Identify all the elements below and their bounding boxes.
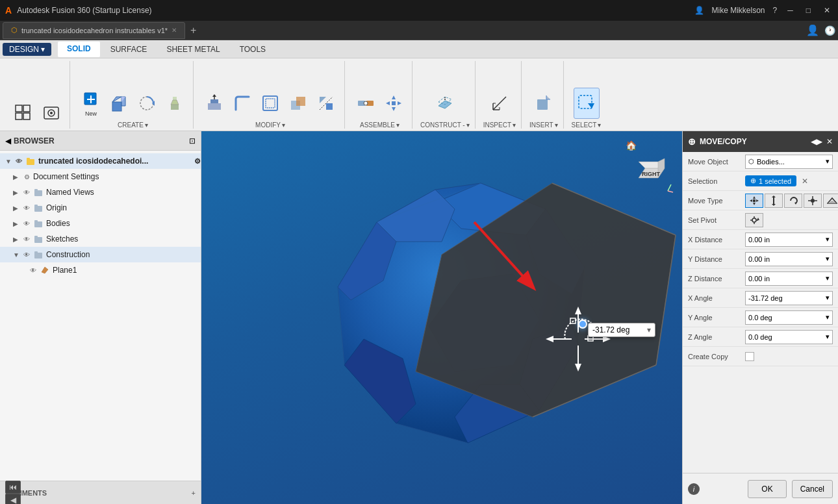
x-angle-input[interactable]: -31.72 deg ▾	[745, 291, 833, 305]
expand-icon-2[interactable]: ▶	[13, 205, 22, 212]
construct-chevron-icon: ▾	[466, 121, 470, 129]
help-button[interactable]: ?	[773, 6, 778, 15]
angle-input-field[interactable]	[592, 325, 644, 334]
tree-item-4[interactable]: ▶ 👁 Sketches	[0, 231, 201, 247]
eye-icon-6[interactable]: 👁	[29, 266, 38, 275]
browser-collapse-icon[interactable]: ◀	[5, 136, 11, 145]
expand-icon-3[interactable]: ▶	[13, 220, 22, 227]
eye-icon-3[interactable]: 👁	[22, 219, 31, 228]
press-pull-btn[interactable]	[201, 88, 227, 119]
move-object-dropdown[interactable]: ⬡ Bodies... ▾	[745, 155, 833, 169]
viewport[interactable]: 🏠 RIGHT	[201, 131, 682, 504]
move-btn[interactable]	[381, 88, 407, 119]
cancel-button[interactable]: Cancel	[792, 480, 833, 498]
nav-prev-prev-btn[interactable]: ⏮	[5, 481, 21, 494]
grid-btn[interactable]	[10, 97, 36, 129]
x-dist-dropdown-icon: ▾	[826, 235, 830, 244]
z-dist-input[interactable]: 0.00 in ▾	[745, 271, 833, 286]
create-icons: New	[78, 88, 188, 119]
create-copy-checkbox[interactable]	[745, 352, 754, 361]
eye-icon-4[interactable]: 👁	[22, 234, 31, 244]
ok-button[interactable]: OK	[748, 480, 786, 498]
tab-surface[interactable]: SURFACE	[101, 42, 157, 57]
insert-derive-btn[interactable]	[531, 88, 557, 119]
set-pivot-btn[interactable]	[745, 213, 763, 227]
insert-group-label[interactable]: INSERT ▾	[529, 121, 558, 129]
move-type-free-btn[interactable]	[745, 194, 763, 208]
tree-item-0[interactable]: ▶ ⚙ Document Settings	[0, 169, 201, 184]
root-expand-icon[interactable]: ▼	[5, 158, 14, 165]
panel-expand-icon[interactable]: ◀▶	[811, 137, 822, 146]
info-button[interactable]: i	[688, 483, 700, 495]
move-type-surface-btn[interactable]	[823, 194, 838, 208]
select-btn[interactable]	[574, 88, 600, 119]
angle-input-box[interactable]: ▾	[588, 323, 655, 337]
tree-item-1[interactable]: ▶ 👁 Named Views	[0, 184, 201, 200]
revolve-btn[interactable]	[134, 88, 160, 119]
maximize-button[interactable]: □	[804, 6, 813, 15]
tab-sheet-metal[interactable]: SHEET METAL	[157, 42, 229, 57]
expand-icon-1[interactable]: ▶	[13, 189, 22, 196]
select-group-label[interactable]: SELECT ▾	[572, 121, 602, 129]
modify-group-label[interactable]: MODIFY ▾	[255, 121, 285, 129]
move-handles[interactable]	[539, 300, 617, 378]
tab-tools[interactable]: TOOLS	[231, 42, 275, 57]
z-angle-input[interactable]: 0.0 deg ▾	[745, 330, 833, 344]
snapshot-btn[interactable]	[38, 97, 64, 129]
angle-input-dropdown-icon[interactable]: ▾	[647, 325, 651, 334]
document-tab[interactable]: ⬡ truncated icosidodecahedron instructab…	[3, 22, 185, 39]
tab-solid[interactable]: SOLID	[58, 42, 100, 57]
expand-icon-4[interactable]: ▶	[13, 236, 22, 243]
shell-btn[interactable]	[257, 88, 283, 119]
extrude-btn[interactable]	[106, 88, 132, 119]
browser-tree: ▼ 👁 truncated icosidodecahedoi... ⚙ ▶ ⚙ …	[0, 151, 201, 481]
scale-btn[interactable]	[313, 88, 339, 119]
inspect-icons	[487, 88, 513, 119]
combine-btn[interactable]	[285, 88, 311, 119]
design-dropdown[interactable]: DESIGN ▾	[3, 43, 51, 56]
browser-footer[interactable]: COMMENTS +	[0, 481, 201, 504]
eye-icon-5[interactable]: 👁	[22, 250, 31, 259]
eye-icon-1[interactable]: 👁	[22, 188, 31, 197]
y-angle-input[interactable]: 0.0 deg ▾	[745, 310, 833, 325]
minimize-button[interactable]: ─	[785, 6, 796, 15]
create-group-label[interactable]: CREATE ▾	[118, 121, 148, 129]
comments-expand-icon[interactable]: +	[192, 489, 196, 497]
expand-icon-5[interactable]: ▼	[13, 251, 22, 258]
browser-pin-icon[interactable]: ⊡	[189, 136, 196, 145]
tree-item-2[interactable]: ▶ 👁 Origin	[0, 200, 201, 216]
tree-root[interactable]: ▼ 👁 truncated icosidodecahedoi... ⚙	[0, 153, 201, 169]
y-dist-input[interactable]: 0.00 in ▾	[745, 252, 833, 266]
x-dist-input[interactable]: 0.00 in ▾	[745, 233, 833, 247]
construct-group-label[interactable]: CONSTRUCT - ▾	[420, 121, 470, 129]
grid-icon	[14, 104, 32, 122]
joint-btn[interactable]	[353, 88, 379, 119]
tab-close-icon[interactable]: ✕	[171, 27, 177, 34]
tree-item-5[interactable]: ▼ 👁 Construction	[0, 247, 201, 262]
move-type-rotate-btn[interactable]	[784, 194, 802, 208]
close-button[interactable]: ✕	[821, 6, 833, 15]
svg-rect-59	[34, 220, 38, 222]
fillet-btn[interactable]	[229, 88, 255, 119]
user-name[interactable]: Mike Mikkelson	[712, 6, 765, 15]
selection-clear-icon[interactable]: ✕	[802, 177, 808, 186]
new-component-btn[interactable]: New	[78, 88, 104, 119]
move-type-axis-btn[interactable]	[765, 194, 783, 208]
eye-icon-2[interactable]: 👁	[22, 203, 31, 212]
measure-btn[interactable]	[487, 88, 513, 119]
offset-plane-btn[interactable]	[432, 88, 458, 119]
account-icon[interactable]: 👤	[806, 24, 819, 36]
assemble-group-label[interactable]: ASSEMBLE ▾	[360, 121, 400, 129]
nav-prev-btn[interactable]: ◀	[5, 494, 21, 505]
tree-item-3[interactable]: ▶ 👁 Bodies	[0, 216, 201, 231]
panel-close-icon[interactable]: ✕	[826, 137, 833, 146]
root-settings-icon[interactable]: ⚙	[194, 157, 201, 166]
inspect-group-label[interactable]: INSPECT ▾	[483, 121, 516, 129]
move-type-point-btn[interactable]	[804, 194, 822, 208]
new-tab-button[interactable]: +	[190, 25, 196, 36]
eye-icon-0[interactable]: ⚙	[22, 172, 31, 181]
tree-item-6[interactable]: 👁 Plane1	[0, 262, 201, 278]
loft-btn[interactable]	[162, 88, 188, 119]
root-eye-icon[interactable]: 👁	[14, 157, 23, 166]
expand-icon-0[interactable]: ▶	[13, 173, 22, 181]
